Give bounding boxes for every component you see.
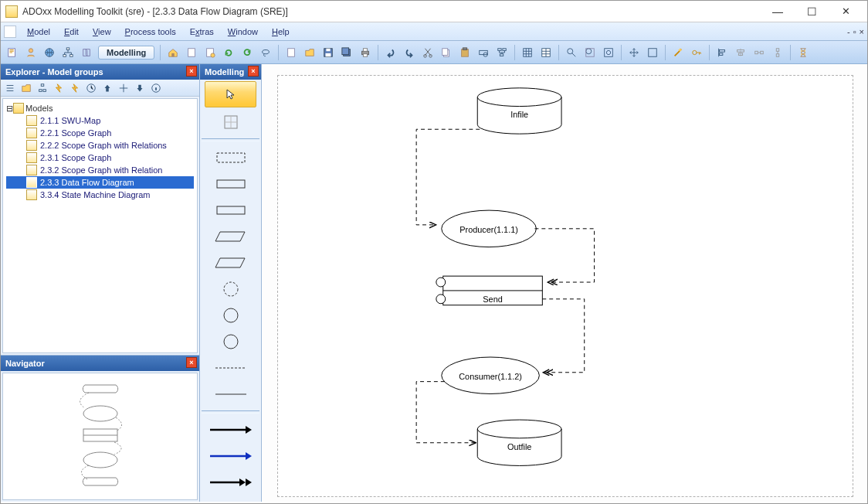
tree-item-label: 2.2.1 Scope Graph	[40, 128, 111, 138]
toolbar-find-icon[interactable]	[475, 44, 492, 61]
mode-label[interactable]: Modelling	[98, 46, 154, 60]
flow-infile-producer[interactable]	[416, 129, 480, 225]
menu-window[interactable]: Window	[222, 25, 264, 39]
tree-item[interactable]: 2.1.1 SWU-Map	[6, 114, 194, 127]
toolbar-undo-icon[interactable]	[382, 44, 399, 61]
toolbar-page-new-icon[interactable]	[202, 44, 219, 61]
node-consumer[interactable]: Consumer(1.1.2)	[442, 357, 540, 393]
toolbar-align-v-icon[interactable]	[769, 44, 786, 61]
model-tree[interactable]: ⊟ Models 2.1.1 SWU-Map2.2.1 Scope Graph2…	[2, 98, 198, 353]
exp-tree2-icon[interactable]	[35, 81, 50, 95]
exp-bolt2-icon[interactable]	[67, 81, 83, 95]
palette-rect[interactable]	[200, 171, 261, 197]
toolbar-tree-icon[interactable]	[59, 44, 76, 61]
exp-folder-icon[interactable]	[19, 81, 34, 95]
menu-help[interactable]: Help	[266, 25, 296, 39]
palette-dashed-circle[interactable]	[200, 276, 261, 302]
toolbar-hourglass-icon[interactable]	[795, 44, 812, 61]
toolbar-pan-icon[interactable]	[626, 44, 643, 61]
toolbar-redo-icon[interactable]	[401, 44, 418, 61]
flow-producer-send[interactable]	[534, 229, 594, 282]
palette-arrow-blue[interactable]	[200, 443, 261, 469]
tree-item[interactable]: 3.3.4 State Machine Diagram	[6, 189, 194, 201]
diagram-canvas[interactable]: Infile Producer(1.1.1) Send	[262, 64, 867, 502]
toolbar-lasso-icon[interactable]	[257, 44, 274, 61]
mdi-controls[interactable]: - ▫ ×	[847, 27, 864, 36]
exp-list-icon[interactable]	[2, 81, 18, 95]
toolbar-save-icon[interactable]	[320, 44, 337, 61]
tree-item[interactable]: 2.3.3 Data Flow Diagram	[6, 176, 194, 189]
toolbar-globe-icon[interactable]	[41, 44, 58, 61]
menu-edit[interactable]: Edit	[58, 25, 85, 39]
tree-item[interactable]: 2.2.2 Scope Graph with Relations	[6, 139, 194, 152]
mdi-minimize-icon[interactable]: -	[847, 27, 850, 36]
node-infile[interactable]: Infile	[477, 88, 561, 134]
palette-circle2[interactable]	[200, 329, 261, 355]
toolbar-user-icon[interactable]	[22, 44, 39, 61]
tree-item[interactable]: 2.3.2 Scope Graph with Relation	[6, 164, 194, 176]
palette-solid-line[interactable]	[200, 381, 261, 407]
toolbar-zoom-icon[interactable]	[563, 44, 580, 61]
toolbar-flip-icon[interactable]	[78, 44, 95, 61]
toolbar-copy-icon[interactable]	[438, 44, 455, 61]
toolbar-new-icon[interactable]	[4, 44, 21, 61]
toolbar-refresh-icon[interactable]	[220, 44, 237, 61]
toolbar-zoom-rect-icon[interactable]	[600, 44, 617, 61]
navigator-close-icon[interactable]: ×	[186, 357, 197, 368]
toolbar-paste-icon[interactable]	[456, 44, 473, 61]
tree-root[interactable]: ⊟ Models	[6, 102, 194, 114]
toolbar-doc-icon[interactable]	[283, 44, 300, 61]
toolbar-grid-icon[interactable]	[519, 44, 536, 61]
palette-arrow-black[interactable]	[200, 417, 261, 443]
navigator-preview[interactable]	[2, 373, 198, 500]
menu-view[interactable]: View	[86, 25, 117, 39]
tree-item[interactable]: 2.3.1 Scope Graph	[6, 152, 194, 164]
palette-dash-line[interactable]	[200, 355, 261, 381]
toolbar-print-icon[interactable]	[357, 44, 374, 61]
palette-rect2[interactable]	[200, 197, 261, 223]
palette-parallelogram[interactable]	[200, 223, 261, 250]
toolbar-open-icon[interactable]	[301, 44, 318, 61]
toolbar-align-center-icon[interactable]	[732, 44, 749, 61]
palette-pointer[interactable]	[205, 81, 256, 107]
node-send[interactable]: Send	[436, 276, 542, 305]
palette-circle[interactable]	[200, 302, 261, 329]
menu-extras[interactable]: Extras	[184, 25, 220, 39]
palette-parallelogram2[interactable]	[200, 250, 261, 276]
toolbar-align-h-icon[interactable]	[751, 44, 768, 61]
exp-down-icon[interactable]	[132, 81, 147, 95]
palette-arrow-double[interactable]	[200, 469, 261, 495]
flow-send-consumer[interactable]	[542, 299, 584, 373]
explorer-close-icon[interactable]: ×	[186, 66, 197, 77]
exp-up-icon[interactable]	[100, 81, 115, 95]
toolbar-page-icon[interactable]	[183, 44, 200, 61]
toolbar-table-icon[interactable]	[537, 44, 554, 61]
menu-process-tools[interactable]: Process tools	[119, 25, 182, 39]
toolbar-saveall-icon[interactable]	[338, 44, 355, 61]
toolbar-zoom-fit-icon[interactable]	[581, 44, 598, 61]
palette-dashed-rect[interactable]	[200, 145, 261, 171]
node-producer[interactable]: Producer(1.1.1)	[442, 210, 537, 247]
palette-grid-tool[interactable]	[200, 109, 261, 135]
menu-model[interactable]: Model	[21, 25, 56, 39]
exp-fit-icon[interactable]	[116, 81, 131, 95]
toolbar-align-left-icon[interactable]	[714, 44, 731, 61]
minimize-button[interactable]: —	[761, 2, 795, 21]
mdi-close-icon[interactable]: ×	[860, 27, 864, 36]
toolbar-struct-icon[interactable]	[493, 44, 510, 61]
exp-clock-icon[interactable]	[83, 81, 99, 95]
toolbar-key-icon[interactable]	[688, 44, 705, 61]
toolbar-home-icon[interactable]	[164, 44, 181, 61]
exp-info-icon[interactable]	[148, 81, 164, 95]
exp-bolt-icon[interactable]	[51, 81, 66, 95]
toolbar-cut-icon[interactable]	[419, 44, 436, 61]
tree-item[interactable]: 2.2.1 Scope Graph	[6, 127, 194, 139]
toolbar-wand-icon[interactable]	[670, 44, 687, 61]
toolbar-bounds-icon[interactable]	[644, 44, 661, 61]
close-button[interactable]: ✕	[829, 2, 863, 21]
mdi-restore-icon[interactable]: ▫	[853, 27, 856, 36]
modelling-close-icon[interactable]: ×	[248, 66, 259, 77]
toolbar-reload-icon[interactable]	[239, 44, 256, 61]
maximize-button[interactable]: ☐	[795, 2, 829, 21]
node-outfile[interactable]: Outfile	[477, 420, 561, 465]
